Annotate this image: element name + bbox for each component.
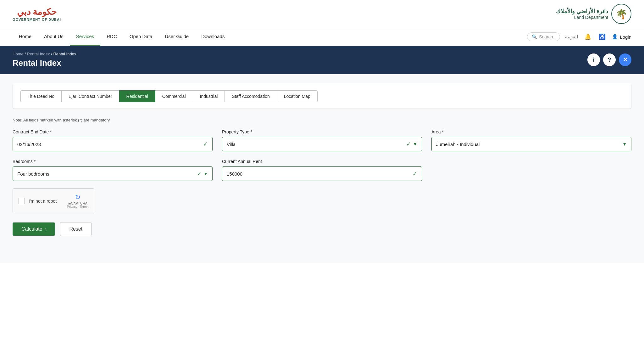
dept-name: دائرة الأراضي والأملاك Land Department	[556, 8, 608, 20]
form-group-area: Area * Jumeirah - Individual ▼	[431, 129, 631, 151]
form-group-contract-end-date: Contract End Date * 02/16/2023 ✓	[13, 129, 213, 151]
nav-downloads[interactable]: Downloads	[195, 28, 231, 46]
nav-user-guide[interactable]: User Guide	[158, 28, 195, 46]
form-row-1: Contract End Date * 02/16/2023 ✓ Propert…	[13, 129, 631, 151]
area-value: Jumeirah - Individual	[436, 142, 480, 147]
login-button[interactable]: 👤 Login	[612, 34, 631, 40]
logo-right: دائرة الأراضي والأملاك Land Department 🌴	[556, 4, 631, 24]
gov-english-text: GOVERNMENT OF DUBAI	[13, 18, 61, 21]
gov-logo: حكومة دبي GOVERNMENT OF DUBAI	[13, 4, 61, 23]
dept-logo-circle: 🌴	[611, 4, 631, 24]
bedrooms-dropdown-icon: ▼	[203, 171, 208, 176]
recaptcha-privacy: Privacy	[67, 205, 77, 209]
gov-arabic-text: حكومة دبي	[17, 7, 57, 17]
form-note: Note: All fields marked with asterisk (*…	[13, 118, 631, 122]
dept-english: Land Department	[556, 15, 608, 20]
tab-title-deed[interactable]: Title Deed No	[20, 90, 62, 102]
nav-about[interactable]: About Us	[38, 28, 70, 46]
area-dropdown-icon: ▼	[622, 142, 627, 147]
calculate-button[interactable]: Calculate ›	[13, 222, 55, 236]
nav-open-data[interactable]: Open Data	[123, 28, 159, 46]
form-group-property-type: Property Type * Villa ✓ ▼	[222, 129, 422, 151]
contract-end-date-value: 02/16/2023	[17, 142, 41, 147]
captcha-box: I'm not a robot ↻ reCAPTCHA Privacy · Te…	[13, 188, 94, 213]
property-type-icons: ✓ ▼	[406, 141, 417, 148]
accessibility-icon[interactable]: ♿	[597, 32, 607, 42]
contract-end-date-check-icon: ✓	[203, 141, 208, 148]
captcha-logo: ↻ reCAPTCHA Privacy · Terms	[67, 193, 88, 209]
form-group-bedrooms: Bedrooms * Four bedrooms ✓ ▼	[13, 159, 213, 181]
contract-end-date-label: Contract End Date *	[13, 129, 213, 134]
breadcrumb-home[interactable]: Home	[13, 52, 24, 56]
area-select[interactable]: Jumeirah - Individual ▼	[431, 137, 631, 151]
breadcrumb-current: Rental Index	[53, 52, 76, 56]
bedrooms-icons: ✓ ▼	[197, 170, 208, 177]
arabic-toggle[interactable]: العربية	[565, 34, 578, 40]
recaptcha-icon: ↻	[67, 193, 88, 201]
form-row-2: Bedrooms * Four bedrooms ✓ ▼ Current Ann…	[13, 159, 631, 181]
annual-rent-label: Current Annual Rent	[222, 159, 422, 164]
dept-arabic: دائرة الأراضي والأملاك	[556, 8, 608, 15]
annual-rent-check-icon: ✓	[413, 170, 417, 177]
nav-home[interactable]: Home	[13, 28, 38, 46]
content-area: Title Deed No Ejari Contract Number Resi…	[0, 74, 644, 263]
area-label: Area *	[431, 129, 631, 134]
action-buttons: Calculate › Reset	[13, 222, 631, 236]
tabs-row: Title Deed No Ejari Contract Number Resi…	[20, 90, 624, 102]
annual-rent-value: 150000	[227, 171, 242, 177]
captcha-checkbox[interactable]	[19, 198, 25, 204]
tab-commercial[interactable]: Commercial	[155, 90, 193, 102]
search-icon: 🔍	[532, 34, 537, 39]
tab-residential[interactable]: Residential	[119, 90, 155, 102]
palm-icon: 🌴	[616, 8, 627, 20]
property-type-dropdown-icon: ▼	[413, 142, 417, 147]
nav-rdc[interactable]: RDC	[100, 28, 123, 46]
main-nav: Home About Us Services RDC Open Data Use…	[0, 28, 644, 46]
breadcrumb-rental-index[interactable]: Rental Index	[27, 52, 50, 56]
page-header-left: Home / Rental Index / Rental Index Renta…	[13, 52, 76, 68]
tabs-container: Title Deed No Ejari Contract Number Resi…	[13, 84, 631, 109]
form-group-annual-rent: Current Annual Rent 150000 ✓	[222, 159, 422, 181]
bedrooms-label: Bedrooms *	[13, 159, 213, 164]
search-placeholder: Search..	[539, 34, 555, 39]
tab-location-map[interactable]: Location Map	[277, 90, 318, 102]
calculate-arrow-icon: ›	[45, 227, 47, 232]
property-type-select[interactable]: Villa ✓ ▼	[222, 137, 422, 151]
header-icons: i ? ✕	[587, 53, 631, 66]
tab-industrial[interactable]: Industrial	[193, 90, 225, 102]
property-type-check-icon: ✓	[406, 141, 411, 148]
tab-staff[interactable]: Staff Accomodation	[225, 90, 277, 102]
notifications-icon[interactable]: 🔔	[583, 32, 592, 42]
captcha-label: I'm not a robot	[29, 199, 63, 204]
annual-rent-input[interactable]: 150000 ✓	[222, 166, 422, 181]
tab-ejari[interactable]: Ejari Contract Number	[61, 90, 119, 102]
calculate-label: Calculate	[21, 226, 42, 232]
bedrooms-check-icon: ✓	[197, 170, 202, 177]
contract-end-date-input[interactable]: 02/16/2023 ✓	[13, 137, 213, 151]
recaptcha-brand: reCAPTCHA	[67, 201, 88, 205]
bedrooms-value: Four bedrooms	[17, 171, 49, 177]
user-icon: 👤	[612, 34, 618, 40]
login-label: Login	[620, 34, 631, 40]
info-button[interactable]: i	[587, 53, 600, 66]
reset-button[interactable]: Reset	[60, 222, 92, 236]
search-box[interactable]: 🔍 Search..	[527, 32, 560, 41]
page-title: Rental Index	[13, 58, 76, 68]
logo-left: حكومة دبي GOVERNMENT OF DUBAI	[13, 4, 61, 23]
nav-right: 🔍 Search.. العربية 🔔 ♿ 👤 Login	[527, 32, 631, 42]
page-header: Home / Rental Index / Rental Index Renta…	[0, 46, 644, 74]
top-header: حكومة دبي GOVERNMENT OF DUBAI دائرة الأر…	[0, 0, 644, 28]
breadcrumb: Home / Rental Index / Rental Index	[13, 52, 76, 56]
property-type-label: Property Type *	[222, 129, 422, 134]
close-button[interactable]: ✕	[619, 53, 631, 66]
recaptcha-terms: Terms	[80, 205, 88, 209]
property-type-value: Villa	[227, 142, 236, 147]
nav-services[interactable]: Services	[70, 28, 101, 46]
help-button[interactable]: ?	[603, 53, 616, 66]
bedrooms-select[interactable]: Four bedrooms ✓ ▼	[13, 166, 213, 181]
